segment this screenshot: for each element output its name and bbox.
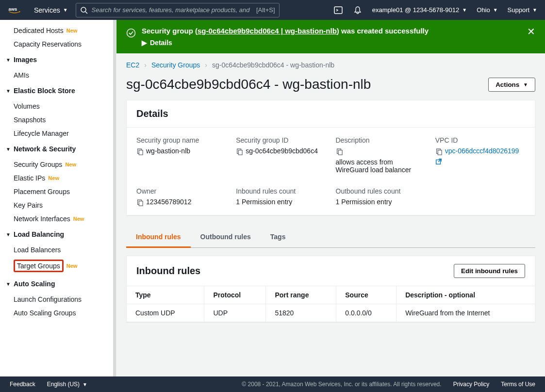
copy-icon[interactable] [136, 148, 143, 155]
notifications-icon[interactable] [353, 5, 363, 15]
sidebar-item-target-groups[interactable]: Target Groups New [0, 257, 116, 275]
language-selector[interactable]: English (US) ▼ [47, 381, 87, 388]
new-badge: New [48, 175, 59, 181]
copy-icon[interactable] [136, 199, 143, 206]
feedback-link[interactable]: Feedback [10, 381, 35, 388]
breadcrumb-security-groups[interactable]: Security Groups [151, 61, 200, 69]
content-area: Security group (sg-0c64cbe9b9cbd06c4 | w… [116, 20, 545, 376]
sidebar-item-snapshots[interactable]: Snapshots [0, 113, 116, 127]
close-icon[interactable]: ✕ [527, 27, 535, 36]
sidebar-item-amis[interactable]: AMIs [0, 68, 116, 82]
tab-tags[interactable]: Tags [261, 227, 296, 248]
sidebar-section-ebs[interactable]: ▼Elastic Block Store [0, 82, 116, 99]
sidebar-item-auto-scaling-groups[interactable]: Auto Scaling Groups [0, 306, 116, 320]
cloudshell-icon[interactable] [333, 5, 343, 15]
svg-point-4 [127, 29, 135, 37]
search-shortcut: [Alt+S] [256, 6, 275, 14]
sidebar-item-label: Key Pairs [14, 201, 43, 209]
inbound-rules-panel: Inbound rules Edit inbound rules Type Pr… [126, 256, 535, 322]
sidebar-section-load-balancing[interactable]: ▼Load Balancing [0, 226, 116, 243]
edit-inbound-rules-button[interactable]: Edit inbound rules [454, 264, 525, 278]
new-badge: New [65, 162, 76, 167]
col-protocol[interactable]: Protocol [204, 286, 266, 304]
svg-point-1 [81, 7, 86, 12]
actions-button[interactable]: Actions ▼ [488, 78, 535, 92]
col-port-range[interactable]: Port range [266, 286, 336, 304]
flash-resource-link[interactable]: sg-0c64cbe9b9cbd06c4 | wg-bastion-nlb [198, 27, 337, 35]
svg-rect-12 [438, 150, 442, 155]
svg-rect-10 [338, 150, 342, 155]
sidebar-item-label: Placement Groups [14, 188, 70, 196]
copy-icon[interactable] [336, 148, 343, 155]
sidebar-item-label: Launch Configurations [14, 295, 82, 303]
svg-line-2 [85, 12, 87, 14]
chevron-down-icon: ▼ [6, 281, 11, 287]
sidebar-section-auto-scaling[interactable]: ▼Auto Scaling [0, 275, 116, 293]
search-box[interactable]: [Alt+S] [76, 3, 280, 17]
field-description: Description allows access from WireGuard… [336, 136, 426, 174]
privacy-policy-link[interactable]: Privacy Policy [453, 381, 490, 388]
svg-rect-15 [139, 201, 143, 206]
search-input[interactable] [92, 6, 252, 14]
field-vpc-id: VPC ID vpc-066dcccf4d8026199 [435, 136, 525, 174]
terms-of-use-link[interactable]: Terms of Use [501, 381, 535, 388]
top-nav: aws Services ▼ [Alt+S] example01 @ 1234-… [0, 0, 545, 20]
caret-down-icon: ▼ [493, 7, 498, 13]
sidebar-section-network-security[interactable]: ▼Network & Security [0, 140, 116, 158]
details-panel: Details Security group name wg-bastion-n… [126, 100, 535, 215]
sidebar-item-label: Lifecycle Manager [14, 130, 69, 137]
caret-down-icon: ▼ [523, 82, 528, 87]
vpc-link[interactable]: vpc-066dcccf4d8026199 [445, 147, 519, 155]
aws-logo[interactable]: aws [8, 7, 26, 14]
account-label: example01 @ 1234-5678-9012 [372, 6, 459, 14]
chevron-right-icon: › [205, 61, 207, 69]
svg-rect-8 [239, 150, 243, 155]
breadcrumb-ec2[interactable]: EC2 [126, 61, 139, 69]
support-menu[interactable]: Support ▼ [508, 6, 537, 14]
chevron-down-icon: ▼ [6, 57, 11, 63]
flash-details-toggle[interactable]: ▶ Details [142, 39, 521, 47]
sidebar-section-images[interactable]: ▼Images [0, 51, 116, 68]
sidebar-item-placement-groups[interactable]: Placement Groups [0, 185, 116, 198]
sidebar-item-security-groups[interactable]: Security GroupsNew [0, 158, 116, 171]
sidebar-item-key-pairs[interactable]: Key Pairs [0, 198, 116, 212]
copy-icon[interactable] [435, 148, 442, 155]
col-description[interactable]: Description - optional [396, 286, 535, 304]
sidebar-item-load-balancers[interactable]: Load Balancers [0, 243, 116, 257]
flash-message: Security group (sg-0c64cbe9b9cbd06c4 | w… [142, 27, 521, 35]
sidebar-item-launch-configurations[interactable]: Launch Configurations [0, 293, 116, 306]
account-menu[interactable]: example01 @ 1234-5678-9012 ▼ [372, 6, 467, 14]
sidebar-item-capacity-reservations[interactable]: Capacity Reservations [0, 37, 116, 51]
table-row: Custom UDP UDP 51820 0.0.0.0/0 WireGuard… [127, 304, 535, 322]
col-source[interactable]: Source [336, 286, 396, 304]
cell-type: Custom UDP [127, 304, 204, 322]
sidebar-item-network-interfaces[interactable]: Network InterfacesNew [0, 212, 116, 226]
copyright-text: © 2008 - 2021, Amazon Web Services, Inc.… [242, 381, 441, 388]
services-label: Services [34, 6, 60, 14]
region-menu[interactable]: Ohio ▼ [477, 6, 497, 14]
sidebar-item-label: Snapshots [14, 116, 46, 124]
sidebar-item-elastic-ips[interactable]: Elastic IPsNew [0, 171, 116, 185]
caret-down-icon: ▼ [83, 382, 87, 387]
services-menu[interactable]: Services ▼ [34, 6, 68, 14]
sidebar-item-label: Volumes [14, 102, 40, 110]
new-badge: New [66, 263, 78, 269]
region-label: Ohio [477, 6, 490, 14]
chevron-down-icon: ▼ [6, 147, 11, 152]
sidebar-item-volumes[interactable]: Volumes [0, 99, 116, 113]
field-owner: Owner 123456789012 [136, 187, 226, 206]
tab-inbound-rules[interactable]: Inbound rules [126, 227, 191, 248]
cell-port: 51820 [266, 304, 336, 322]
col-type[interactable]: Type [127, 286, 204, 304]
tab-outbound-rules[interactable]: Outbound rules [191, 227, 261, 248]
cell-source: 0.0.0.0/0 [336, 304, 396, 322]
sidebar-item-label: Elastic IPs [14, 174, 45, 182]
cell-description: WireGuard from the Internet [396, 304, 535, 322]
sidebar-item-label: Dedicated Hosts [14, 27, 64, 34]
sidebar-item-lifecycle-manager[interactable]: Lifecycle Manager [0, 127, 116, 140]
chevron-down-icon: ▼ [6, 232, 11, 237]
support-label: Support [508, 6, 530, 14]
copy-icon[interactable] [236, 148, 243, 155]
sidebar-item-label: Network Interfaces [14, 215, 70, 223]
sidebar-item-dedicated-hosts[interactable]: Dedicated Hosts New [0, 24, 116, 37]
